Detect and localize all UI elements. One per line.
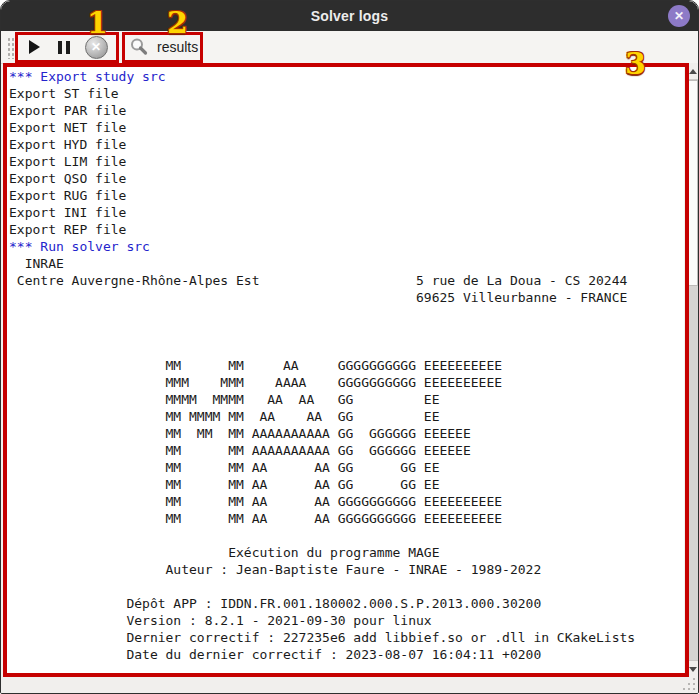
log-line — [9, 578, 684, 595]
view-results-button[interactable]: results — [125, 34, 202, 60]
log-line: Export HYD file — [9, 136, 684, 153]
status-bar — [1, 675, 698, 693]
log-line: MM MM AAAAAAAAAA GG GGGGGG EEEEEE — [9, 442, 684, 459]
toolbar-drag-handle[interactable] — [7, 37, 15, 59]
log-line: Export QSO file — [9, 170, 684, 187]
log-output: *** Export study srcExport ST fileExport… — [7, 67, 684, 663]
scroll-up-button[interactable] — [687, 63, 698, 80]
log-line — [9, 527, 684, 544]
close-icon: ✕ — [674, 9, 684, 23]
log-line — [9, 340, 684, 357]
log-line: Auteur : Jean-Baptiste Faure - INRAE - 1… — [9, 561, 684, 578]
log-line: Date du dernier correctif : 2023-08-07 1… — [9, 646, 684, 663]
pause-icon — [58, 41, 70, 54]
log-line: Exécution du programme MAGE — [9, 544, 684, 561]
log-line: Export NET file — [9, 119, 684, 136]
log-line: Dernier correctif : 227235e6 add libbief… — [9, 629, 684, 646]
log-line: *** Export study src — [9, 68, 684, 85]
window-title: Solver logs — [311, 8, 389, 24]
scroll-up-icon — [689, 69, 697, 74]
log-line: 69625 Villeurbanne - FRANCE — [9, 289, 684, 306]
log-line: MM MM AA AA GGGGGGGGGG EEEEEEEEEE — [9, 493, 684, 510]
pause-solver-button[interactable] — [51, 34, 77, 60]
log-line: Export RUG file — [9, 187, 684, 204]
log-line: INRAE — [9, 255, 684, 272]
vertical-scrollbar[interactable] — [686, 63, 698, 677]
stop-icon: ✕ — [85, 36, 108, 59]
scroll-down-icon — [689, 667, 697, 672]
titlebar: Solver logs ✕ — [1, 1, 698, 31]
close-button[interactable]: ✕ — [668, 5, 690, 27]
log-viewport: *** Export study srcExport ST fileExport… — [7, 67, 684, 673]
results-button-label: results — [157, 39, 198, 55]
solver-logs-window: Solver logs ✕ ✕ results *** Export study… — [0, 0, 699, 694]
log-line — [9, 323, 684, 340]
search-icon — [129, 37, 149, 57]
log-line: MM MM AA AA GGGGGGGGGG EEEEEEEEEE — [9, 510, 684, 527]
log-line: MM MMMM MM AA AA GG EE — [9, 408, 684, 425]
log-line: Export REP file — [9, 221, 684, 238]
run-solver-button[interactable] — [21, 34, 47, 60]
resize-grip-icon[interactable] — [683, 678, 695, 690]
toolbar: ✕ results — [1, 31, 698, 64]
log-line: Export PAR file — [9, 102, 684, 119]
log-line: Export INI file — [9, 204, 684, 221]
log-line: MMMM MMMM AA AA GG EE — [9, 391, 684, 408]
log-line: Export ST file — [9, 85, 684, 102]
log-line: Dépôt APP : IDDN.FR.001.180002.000.S.P.2… — [9, 595, 684, 612]
log-line: *** Run solver src — [9, 238, 684, 255]
log-line — [9, 306, 684, 323]
log-line: MM MM MM AAAAAAAAAA GG GGGGGG EEEEEE — [9, 425, 684, 442]
stop-solver-button[interactable]: ✕ — [83, 34, 109, 60]
log-line: Centre Auvergne-Rhône-Alpes Est 5 rue de… — [9, 272, 684, 289]
log-line: MM MM AA GGGGGGGGGG EEEEEEEEEE — [9, 357, 684, 374]
log-line: Export LIM file — [9, 153, 684, 170]
scrollbar-thumb[interactable] — [687, 80, 698, 286]
log-line: Version : 8.2.1 - 2021-09-30 pour linux — [9, 612, 684, 629]
log-line: MM MM AA AA GG GG EE — [9, 476, 684, 493]
play-icon — [29, 40, 40, 54]
log-line: MM MM AA AA GG GG EE — [9, 459, 684, 476]
log-line: MMM MMM AAAA GGGGGGGGGG EEEEEEEEEE — [9, 374, 684, 391]
